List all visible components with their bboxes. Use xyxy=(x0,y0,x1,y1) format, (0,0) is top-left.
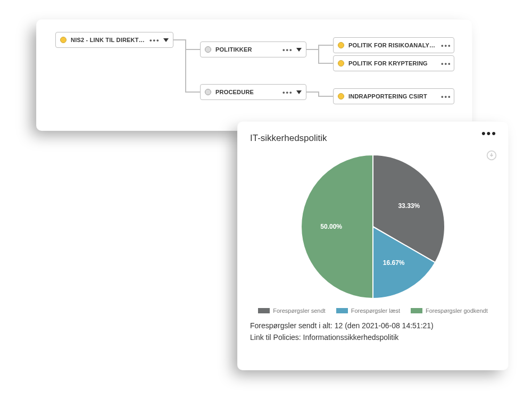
kebab-icon[interactable]: ••• xyxy=(441,41,450,49)
tree-node-risikoanalyse[interactable]: POLITIK FOR RISIKOANALYSE ••• xyxy=(333,37,454,53)
chart-legend: Forespørgsler sendt Forespørgsler læst F… xyxy=(250,307,496,314)
chevron-down-icon[interactable] xyxy=(163,38,169,42)
status-dot xyxy=(338,93,344,99)
status-dot xyxy=(205,89,211,95)
chevron-down-icon[interactable] xyxy=(296,48,302,52)
kebab-icon[interactable]: ••• xyxy=(481,131,497,136)
legend-swatch xyxy=(411,308,422,313)
connector xyxy=(318,45,333,46)
legend-item-approved: Forespørgsler godkendt xyxy=(411,307,488,314)
tree-node-politikker[interactable]: POLITIKKER ••• xyxy=(200,41,306,57)
chart-title: IT-sikkerhedspolitik xyxy=(250,133,496,144)
connector xyxy=(318,45,319,64)
hierarchy-panel: NIS2 - LINK TIL DIREKTIVET ••• POLITIKKE… xyxy=(36,19,472,131)
chart-card: IT-sikkerhedspolitik ••• 33.33%16.67%50.… xyxy=(237,121,509,370)
legend-item-read: Forespørgsler læst xyxy=(336,307,400,314)
legend-label: Forespørgsler sendt xyxy=(273,307,325,314)
connector xyxy=(318,63,333,64)
connector xyxy=(318,96,333,97)
tree-node-root[interactable]: NIS2 - LINK TIL DIREKTIVET ••• xyxy=(55,32,173,48)
connector xyxy=(185,39,186,93)
tree-node-label: POLITIK FOR RISIKOANALYSE xyxy=(348,42,437,48)
meta-total: Forespørgsler sendt i alt: 12 (den 2021-… xyxy=(250,320,496,332)
status-dot xyxy=(60,37,66,43)
pie-slice[interactable] xyxy=(301,155,373,298)
tree-node-kryptering[interactable]: POLITIK FOR KRYPTERING ••• xyxy=(333,55,454,71)
chart-meta: Forespørgsler sendt i alt: 12 (den 2021-… xyxy=(250,320,496,343)
kebab-icon[interactable]: ••• xyxy=(149,36,158,44)
tree-node-label: NIS2 - LINK TIL DIREKTIVET xyxy=(71,37,145,43)
tree-node-label: POLITIK FOR KRYPTERING xyxy=(348,60,437,66)
status-dot xyxy=(338,60,344,66)
tree-node-label: POLITIKKER xyxy=(215,46,278,53)
connector xyxy=(185,92,200,93)
tree-node-label: INDRAPPORTERING CSIRT xyxy=(348,93,437,99)
kebab-icon[interactable]: ••• xyxy=(441,60,450,68)
legend-swatch xyxy=(336,308,348,313)
connector xyxy=(306,92,318,93)
legend-label: Forespørgsler godkendt xyxy=(426,307,488,314)
connector xyxy=(173,39,185,40)
connector xyxy=(185,49,200,50)
pie-chart: 33.33%16.67%50.00% xyxy=(250,147,496,306)
tree-node-procedure[interactable]: PROCEDURE ••• xyxy=(200,84,306,100)
kebab-icon[interactable]: ••• xyxy=(282,88,291,96)
tree-node-csirt[interactable]: INDRAPPORTERING CSIRT ••• xyxy=(333,88,454,104)
kebab-icon[interactable]: ••• xyxy=(441,93,450,101)
connector xyxy=(306,49,318,50)
status-dot xyxy=(205,46,211,53)
tree-node-label: PROCEDURE xyxy=(215,89,278,95)
kebab-icon[interactable]: ••• xyxy=(282,46,291,54)
status-dot xyxy=(338,42,344,48)
legend-label: Forespørgsler læst xyxy=(351,307,400,314)
legend-swatch xyxy=(258,308,270,313)
legend-item-sent: Forespørgsler sendt xyxy=(258,307,325,314)
meta-link: Link til Policies: Informationssikkerhed… xyxy=(250,332,496,344)
chevron-down-icon[interactable] xyxy=(296,90,302,94)
